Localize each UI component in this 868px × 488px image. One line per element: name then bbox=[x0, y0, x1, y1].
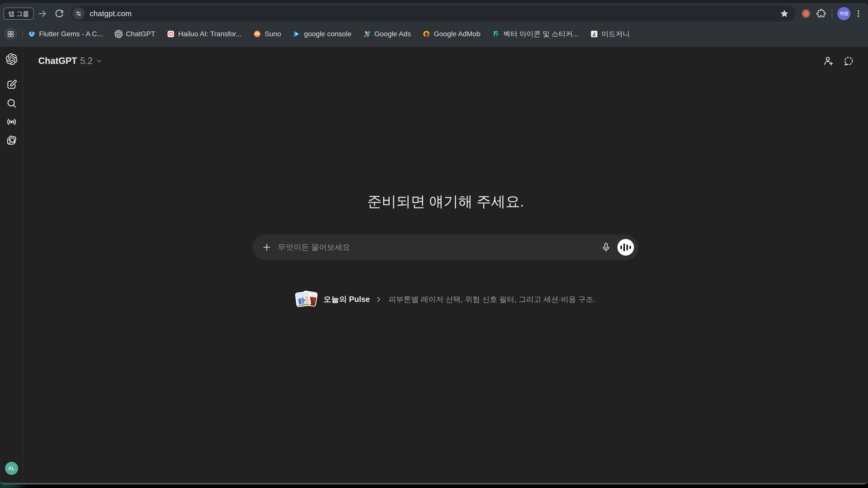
apps-grid-icon bbox=[7, 30, 14, 38]
reload-icon bbox=[54, 8, 64, 19]
attach-button[interactable] bbox=[261, 242, 272, 253]
account-avatar[interactable]: AL bbox=[5, 462, 18, 475]
model-switcher[interactable]: ChatGPT 5.2 bbox=[38, 56, 102, 66]
greeting-text: 준비되면 얘기해 주세요. bbox=[23, 192, 868, 212]
model-name: ChatGPT bbox=[38, 56, 77, 66]
browser-frame: 탭 그룹 chatgpt.com bbox=[0, 3, 868, 483]
pulse-description: 피부톤별 레이저 선택, 위험 신호 필터, 그리고 세션·비용 구조. bbox=[389, 294, 595, 305]
tab-group-label: 탭 그룹 bbox=[8, 9, 29, 18]
browser-profile-label: 최원 bbox=[839, 10, 848, 17]
claude-asterisk-icon bbox=[801, 8, 811, 19]
library-images-icon bbox=[6, 135, 17, 146]
extensions-button[interactable] bbox=[816, 8, 827, 19]
google-ads-icon bbox=[363, 30, 371, 38]
invite-people-button[interactable] bbox=[823, 55, 834, 67]
model-version: 5.2 bbox=[80, 56, 93, 66]
forward-arrow-icon bbox=[37, 8, 48, 19]
bookmark-flaticon[interactable]: 벡터 아이콘 및 스티커... bbox=[492, 29, 579, 39]
pulse-chevron-icon bbox=[375, 296, 382, 303]
voice-mode-nav-button[interactable] bbox=[5, 115, 18, 128]
bookmark-suno[interactable]: SUNO Suno bbox=[253, 30, 281, 38]
chatgpt-page: AL ChatGPT 5.2 bbox=[0, 47, 868, 483]
bookmark-google-play-console[interactable]: google console bbox=[293, 30, 351, 38]
flaticon-icon bbox=[492, 30, 500, 38]
new-chat-icon bbox=[6, 79, 17, 90]
chatgpt-sidebar: AL bbox=[0, 47, 23, 483]
svg-text:SUNO: SUNO bbox=[255, 33, 260, 35]
bookmark-hailuo[interactable]: Hailuo AI: Transfor... bbox=[167, 30, 242, 38]
flutter-gems-icon bbox=[28, 30, 36, 38]
temporary-chat-icon bbox=[843, 56, 854, 66]
openai-icon bbox=[115, 30, 123, 38]
microphone-icon bbox=[601, 242, 611, 252]
reload-button[interactable] bbox=[53, 8, 65, 20]
chevron-down-icon bbox=[96, 58, 102, 64]
star-icon bbox=[780, 9, 789, 19]
person-add-icon bbox=[823, 56, 834, 66]
voice-waves-icon bbox=[6, 116, 17, 127]
kebab-menu-icon bbox=[854, 9, 863, 18]
library-button[interactable] bbox=[5, 134, 18, 147]
toolbar-divider bbox=[832, 9, 832, 19]
midjourney-icon bbox=[590, 30, 598, 38]
forward-button[interactable] bbox=[37, 8, 48, 19]
openai-logo[interactable] bbox=[6, 54, 18, 65]
apps-grid-button[interactable] bbox=[4, 27, 17, 40]
bookmark-google-ads[interactable]: Google Ads bbox=[363, 30, 411, 38]
pulse-thumbnail[interactable] bbox=[296, 291, 317, 308]
extensions-puzzle-icon bbox=[816, 8, 826, 19]
address-bar[interactable]: chatgpt.com bbox=[70, 6, 796, 22]
openai-logo-icon bbox=[6, 54, 18, 65]
temporary-chat-button[interactable] bbox=[843, 55, 855, 67]
browser-profile-button[interactable]: 최원 bbox=[837, 7, 850, 20]
composer[interactable] bbox=[253, 234, 639, 260]
waveform-icon bbox=[620, 243, 631, 251]
admob-icon bbox=[423, 30, 431, 38]
bookmark-google-admob[interactable]: Google AdMob bbox=[423, 30, 480, 38]
message-input[interactable] bbox=[278, 243, 600, 252]
bookmark-flutter-gems[interactable]: Flutter Gems - A C... bbox=[28, 30, 103, 38]
site-settings-icon bbox=[75, 10, 82, 18]
account-initials: AL bbox=[8, 465, 15, 471]
browser-window: 탭 그룹 chatgpt.com bbox=[0, 0, 868, 485]
browser-toolbar: 탭 그룹 chatgpt.com bbox=[0, 3, 868, 24]
bookmark-star-button[interactable] bbox=[779, 8, 790, 19]
bookmark-chatgpt[interactable]: ChatGPT bbox=[115, 30, 155, 38]
play-console-icon bbox=[293, 30, 301, 38]
suno-icon: SUNO bbox=[253, 30, 261, 38]
bookmarks-divider bbox=[22, 30, 23, 38]
dictation-button[interactable] bbox=[600, 241, 612, 253]
bookmarks-bar: Flutter Gems - A C... ChatGPT Hailuo AI:… bbox=[0, 24, 868, 44]
hailuo-icon bbox=[167, 30, 175, 38]
claude-extension-button[interactable] bbox=[801, 8, 812, 19]
voice-mode-button[interactable] bbox=[617, 239, 634, 256]
site-info-button[interactable] bbox=[72, 7, 85, 20]
search-chats-button[interactable] bbox=[5, 97, 18, 110]
url-text: chatgpt.com bbox=[90, 9, 132, 18]
chatgpt-main: ChatGPT 5.2 bbox=[23, 47, 868, 483]
pulse-row[interactable]: 오늘의 Pulse 피부톤별 레이저 선택, 위험 신호 필터, 그리고 세션·… bbox=[23, 291, 868, 308]
bookmark-midjourney[interactable]: 미드저니 bbox=[590, 29, 630, 39]
chatgpt-header: ChatGPT 5.2 bbox=[23, 47, 868, 75]
plus-icon bbox=[262, 242, 272, 252]
search-icon bbox=[6, 98, 17, 109]
browser-menu-button[interactable] bbox=[854, 8, 864, 19]
new-chat-button[interactable] bbox=[5, 78, 18, 91]
tab-group-chip[interactable]: 탭 그룹 bbox=[3, 7, 34, 20]
pulse-title[interactable]: 오늘의 Pulse bbox=[323, 294, 370, 305]
